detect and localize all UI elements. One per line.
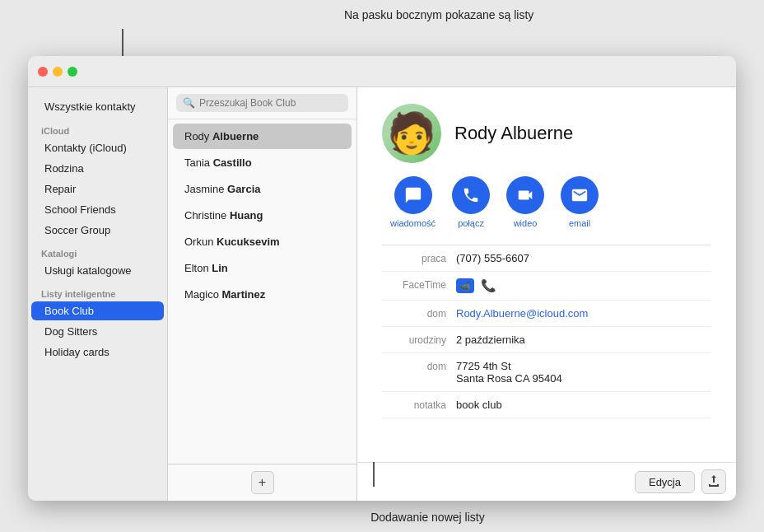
add-contact-button[interactable]: + xyxy=(251,471,274,494)
contact-last-name: Castillo xyxy=(213,156,252,169)
contact-item-christine[interactable]: Christine Huang xyxy=(173,203,352,228)
sidebar-item-icloud-contacts[interactable]: Kontakty (iCloud) xyxy=(31,138,164,157)
contact-last-name: Kucuksevim xyxy=(217,236,280,248)
fullscreen-button[interactable] xyxy=(68,67,77,77)
sidebar-item-icloud-rodzina[interactable]: Rodzina xyxy=(31,159,164,178)
facetime-video-icon[interactable]: 📹 xyxy=(456,278,474,293)
annotation-line-bottom xyxy=(373,462,375,487)
contact-first-name: Rody xyxy=(184,130,212,142)
field-label-urodziny: urodziny xyxy=(382,334,456,346)
sidebar: Wszystkie kontakty iCloud Kontakty (iClo… xyxy=(28,87,168,501)
sidebar-section-katalogi: Katalogi xyxy=(28,240,167,260)
detail-content: 🧑 Rody Albuerne wiadomość xyxy=(357,87,736,462)
contact-full-name: Rody Albuerne xyxy=(454,123,573,144)
contact-items: Rody Albuerne Tania Castillo Jasmine Gar… xyxy=(168,119,356,464)
contact-item-rody[interactable]: Rody Albuerne xyxy=(173,124,352,149)
contact-first-name: Magico xyxy=(184,288,222,301)
contact-last-name: Albuerne xyxy=(212,130,259,142)
traffic-lights xyxy=(38,67,77,77)
detail-header: 🧑 Rody Albuerne xyxy=(382,104,711,163)
sidebar-item-holiday-cards[interactable]: Holiday cards xyxy=(31,343,164,362)
sidebar-item-katalogi-uslugi[interactable]: Usługi katalogowe xyxy=(31,261,164,280)
sidebar-item-book-club[interactable]: Book Club xyxy=(31,301,164,320)
field-value-urodziny: 2 października xyxy=(456,334,711,346)
field-label-dom-email: dom xyxy=(382,307,456,320)
field-value-dom-address: 7725 4th St Santa Rosa CA 95404 xyxy=(456,360,711,385)
contact-item-elton[interactable]: Elton Lin xyxy=(173,255,352,281)
action-video-button[interactable]: wideo xyxy=(506,176,544,228)
field-row-urodziny: urodziny 2 października xyxy=(382,327,711,353)
sidebar-section-smart-lists: Listy inteligentne xyxy=(28,281,167,301)
share-button[interactable] xyxy=(701,469,726,494)
field-value-praca[interactable]: (707) 555-6607 xyxy=(456,252,711,264)
search-bar: 🔍 xyxy=(168,87,356,119)
field-label-dom-address: dom xyxy=(382,360,456,372)
sidebar-item-dog-sitters[interactable]: Dog Sitters xyxy=(31,322,164,341)
contact-last-name: Huang xyxy=(230,209,263,222)
search-icon: 🔍 xyxy=(183,97,195,109)
video-label: wideo xyxy=(514,218,538,228)
sidebar-item-icloud-repair[interactable]: Repair xyxy=(31,180,164,198)
detail-bottom-bar: Edycja xyxy=(357,462,736,501)
field-label-notatka: notatka xyxy=(382,399,456,411)
video-icon xyxy=(506,176,544,214)
action-call-button[interactable]: połącz xyxy=(452,176,490,228)
avatar: 🧑 xyxy=(382,104,441,163)
field-value-notatka: book club xyxy=(456,399,711,411)
call-label: połącz xyxy=(458,218,484,228)
detail-fields: praca (707) 555-6607 FaceTime 📹 📞 dom Ro… xyxy=(382,245,711,418)
field-row-facetime: FaceTime 📹 📞 xyxy=(382,272,711,301)
app-window: Wszystkie kontakty iCloud Kontakty (iClo… xyxy=(28,56,736,501)
contact-last-name: Martinez xyxy=(222,288,266,301)
phone-icon xyxy=(452,176,490,214)
contact-last-name: Lin xyxy=(212,262,228,274)
email-icon xyxy=(561,176,599,214)
facetime-phone-icon[interactable]: 📞 xyxy=(481,278,496,293)
annotation-top-label: Na pasku bocznym pokazane są listy xyxy=(344,8,533,21)
close-button[interactable] xyxy=(38,67,48,77)
titlebar xyxy=(28,56,736,87)
contact-list: 🔍 Rody Albuerne Tania Castillo Jasmine G… xyxy=(168,87,357,501)
contact-first-name: Jasmine xyxy=(184,183,227,195)
field-row-dom-address: dom 7725 4th St Santa Rosa CA 95404 xyxy=(382,353,711,392)
sidebar-item-all-contacts[interactable]: Wszystkie kontakty xyxy=(31,96,164,117)
contact-first-name: Christine xyxy=(184,209,230,222)
contact-first-name: Elton xyxy=(184,262,212,274)
contact-first-name: Tania xyxy=(184,156,213,169)
contact-first-name: Orkun xyxy=(184,236,217,248)
sidebar-item-icloud-school-friends[interactable]: School Friends xyxy=(31,200,164,219)
field-row-notatka: notatka book club xyxy=(382,392,711,418)
email-label: email xyxy=(569,218,590,228)
contact-last-name: Garcia xyxy=(227,183,260,195)
search-input[interactable] xyxy=(199,97,342,109)
field-value-facetime: 📹 📞 xyxy=(456,278,711,293)
message-label: wiadomość xyxy=(390,218,436,228)
edit-button[interactable]: Edycja xyxy=(635,471,695,493)
action-buttons: wiadomość połącz wideo xyxy=(390,176,711,228)
field-label-facetime: FaceTime xyxy=(382,278,456,291)
field-label-praca: praca xyxy=(382,252,456,264)
annotation-bottom-label: Dodawanie nowej listy xyxy=(370,511,485,524)
action-email-button[interactable]: email xyxy=(561,176,599,228)
contact-item-jasmine[interactable]: Jasmine Garcia xyxy=(173,176,352,202)
detail-panel: 🧑 Rody Albuerne wiadomość xyxy=(357,87,736,501)
message-icon xyxy=(394,176,432,214)
field-value-dom-email[interactable]: Rody.Albuerne@icloud.com xyxy=(456,307,711,320)
action-message-button[interactable]: wiadomość xyxy=(390,176,436,228)
field-row-dom-email: dom Rody.Albuerne@icloud.com xyxy=(382,301,711,327)
sidebar-section-icloud: iCloud xyxy=(28,118,167,138)
contact-item-tania[interactable]: Tania Castillo xyxy=(173,150,352,175)
contact-item-orkun[interactable]: Orkun Kucuksevim xyxy=(173,229,352,254)
window-body: Wszystkie kontakty iCloud Kontakty (iClo… xyxy=(28,56,736,501)
contact-item-magico[interactable]: Magico Martinez xyxy=(173,282,352,307)
minimize-button[interactable] xyxy=(53,67,63,77)
sidebar-item-icloud-soccer-group[interactable]: Soccer Group xyxy=(31,221,164,240)
contact-list-bottom: + xyxy=(168,464,356,501)
field-row-praca: praca (707) 555-6607 xyxy=(382,245,711,272)
search-input-wrapper: 🔍 xyxy=(176,94,348,112)
